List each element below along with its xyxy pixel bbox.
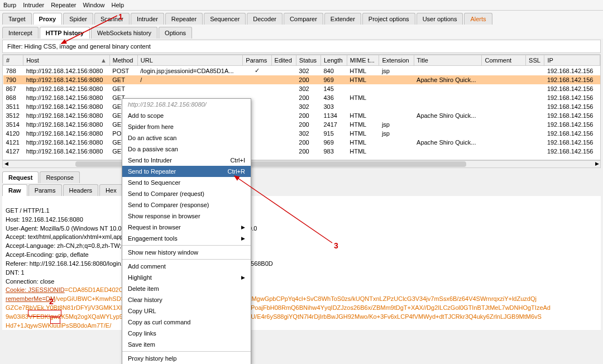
sub-tab-intercept[interactable]: Intercept <box>2 27 39 39</box>
context-menu-send-to-intruder[interactable]: Send to IntruderCtrl+I <box>122 155 251 166</box>
tab-params[interactable]: Params <box>28 184 62 196</box>
submenu-arrow-icon: ▶ <box>241 224 245 230</box>
main-tab-target[interactable]: Target <box>2 13 32 25</box>
rememberme-highlight-box <box>50 317 60 324</box>
tab-response[interactable]: Response <box>40 171 80 183</box>
column-header-length[interactable]: Length <box>321 55 347 66</box>
table-row[interactable]: 4121http://192.168.142.156:8080GET200969… <box>3 138 600 147</box>
main-tab-sequencer[interactable]: Sequencer <box>204 13 246 25</box>
context-menu-separator <box>122 259 251 260</box>
column-header-title[interactable]: Title <box>414 55 482 66</box>
main-tab-comparer[interactable]: Comparer <box>284 13 323 25</box>
column-header-url[interactable]: URL <box>137 55 243 66</box>
column-header--[interactable]: # <box>3 55 23 66</box>
table-row[interactable]: 3512http://192.168.142.156:8080GET200113… <box>3 111 600 120</box>
main-tab-spider[interactable]: Spider <box>63 13 93 25</box>
annotation-3: 3 <box>334 241 338 250</box>
context-menu-copy-links[interactable]: Copy links <box>122 328 251 339</box>
context-menu-delete-item[interactable]: Delete item <box>122 283 251 294</box>
column-header-host[interactable]: Host ▲ <box>23 55 110 66</box>
scroll-right-icon[interactable]: ▶ <box>594 161 600 167</box>
context-menu-send-to-comparer-response-[interactable]: Send to Comparer (response) <box>122 199 251 210</box>
context-menu-do-a-passive-scan[interactable]: Do a passive scan <box>122 143 251 155</box>
scroll-left-icon[interactable]: ◀ <box>3 161 9 167</box>
request-content[interactable]: GET / HTTP/1.1 Host: 192.168.142.156:808… <box>2 196 601 330</box>
main-tab-alerts[interactable]: Alerts <box>464 13 492 25</box>
table-row[interactable]: 867http://192.168.142.156:8080GET3021451… <box>3 84 600 93</box>
sub-tab-websockets-history[interactable]: WebSockets history <box>91 27 157 39</box>
context-menu-request-in-browser[interactable]: Request in browser▶ <box>122 222 251 233</box>
column-header-edited[interactable]: Edited <box>271 55 296 66</box>
table-row[interactable]: 3514http://192.168.142.156:8080GET200241… <box>3 120 600 129</box>
context-menu-proxy-history-help[interactable]: Proxy history help <box>122 353 251 364</box>
horizontal-scrollbar[interactable]: ◀ ▶ <box>2 160 601 168</box>
table-row[interactable]: 868http://192.168.142.156:8080GET200436H… <box>3 93 600 102</box>
menu-bar: Burp Intruder Repeater Window Help <box>0 0 603 11</box>
annotation-1: 1 <box>118 12 123 21</box>
connection-header: Connection: close <box>6 278 54 285</box>
dnt-header: DNT: 1 <box>6 269 25 276</box>
column-header-params[interactable]: Params <box>243 55 271 66</box>
main-tab-intruder[interactable]: Intruder <box>131 13 164 25</box>
context-menu-url: http://192.168.142.156:8080/ <box>122 99 251 110</box>
table-row[interactable]: 4120http://192.168.142.156:8080POST30291… <box>3 129 600 138</box>
accept-header: Accept: text/html,application/xhtml+xml,… <box>6 233 123 240</box>
context-menu-show-new-history-window[interactable]: Show new history window <box>122 247 251 258</box>
main-tabs: TargetProxySpiderScannerIntruderRepeater… <box>0 11 603 25</box>
column-header-method[interactable]: Method <box>109 55 137 66</box>
accept-encoding-header: Accept-Encoding: gzip, deflate <box>6 251 89 258</box>
main-tab-user-options[interactable]: User options <box>417 13 463 25</box>
column-header-comment[interactable]: Comment <box>482 55 526 66</box>
sub-tab-options[interactable]: Options <box>159 27 192 39</box>
main-tab-project-options[interactable]: Project options <box>362 13 415 25</box>
sub-tabs: InterceptHTTP historyWebSockets historyO… <box>0 25 603 39</box>
tab-request[interactable]: Request <box>2 171 39 183</box>
main-tab-decoder[interactable]: Decoder <box>247 13 283 25</box>
table-row[interactable]: 790http://192.168.142.156:8080GET/200969… <box>3 75 600 84</box>
main-tab-proxy[interactable]: Proxy <box>33 13 63 25</box>
context-menu-show-response-in-browser[interactable]: Show response in browser <box>122 210 251 222</box>
menu-intruder[interactable]: Intruder <box>23 2 44 8</box>
column-header-ip[interactable]: IP <box>544 55 600 66</box>
sub-tab-http-history[interactable]: HTTP history <box>40 27 90 39</box>
context-menu-add-comment[interactable]: Add comment <box>122 261 251 272</box>
context-menu-highlight[interactable]: Highlight▶ <box>122 272 251 283</box>
menu-window[interactable]: Window <box>83 2 104 8</box>
column-header-extension[interactable]: Extension <box>379 55 414 66</box>
context-menu-send-to-sequencer[interactable]: Send to Sequencer <box>122 177 251 188</box>
host-header: Host: 192.168.142.156:8080 <box>6 216 83 223</box>
context-menu-copy-as-curl-command[interactable]: Copy as curl command <box>122 317 251 328</box>
main-tab-repeater[interactable]: Repeater <box>165 13 203 25</box>
column-header-mime-t-[interactable]: MIME t... <box>347 55 379 66</box>
table-row[interactable]: 4127http://192.168.142.156:8080GET200983… <box>3 147 600 156</box>
submenu-arrow-icon: ▶ <box>241 275 245 280</box>
context-menu: http://192.168.142.156:8080/ Add to scop… <box>122 98 251 364</box>
main-tab-extender[interactable]: Extender <box>324 13 361 25</box>
accept-language-header: Accept-Language: zh-CN,zh;q=0.8,zh-TW;q <box>6 242 125 249</box>
table-row[interactable]: 3511http://192.168.142.156:8080GET302303… <box>3 102 600 111</box>
menu-help[interactable]: Help <box>112 2 125 8</box>
context-menu-add-to-scope[interactable]: Add to scope <box>122 110 251 121</box>
column-header-ssl[interactable]: SSL <box>526 55 544 66</box>
cookie-header: Cookie: JSESSIONID=CDA85D1AED402C6A <box>6 286 131 293</box>
remember-me-cookie: rememberMe=DM/vepGiUBWC+KmwhSDS6 dHlaGN+… <box>6 295 537 302</box>
menu-repeater[interactable]: Repeater <box>51 2 76 8</box>
context-menu-spider-from-here[interactable]: Spider from here <box>122 121 251 132</box>
main-tab-scanner[interactable]: Scanner <box>94 13 130 25</box>
filter-bar[interactable]: Filter: Hiding CSS, image and general bi… <box>2 40 601 53</box>
request-line: GET / HTTP/1.1 <box>6 207 50 214</box>
column-header-status[interactable]: Status <box>296 55 320 66</box>
context-menu-clear-history[interactable]: Clear history <box>122 294 251 305</box>
tab-hex[interactable]: Hex <box>99 184 123 196</box>
tab-headers[interactable]: Headers <box>63 184 99 196</box>
table-row[interactable]: 788http://192.168.142.156:8080POST/login… <box>3 66 600 76</box>
context-menu-save-item[interactable]: Save item <box>122 339 251 350</box>
context-menu-send-to-comparer-request-[interactable]: Send to Comparer (request) <box>122 188 251 199</box>
context-menu-send-to-repeater[interactable]: Send to RepeaterCtrl+R <box>122 166 251 177</box>
context-menu-do-an-active-scan[interactable]: Do an active scan <box>122 132 251 143</box>
annotation-2: 2 <box>49 297 54 306</box>
context-menu-engagement-tools[interactable]: Engagement tools▶ <box>122 233 251 244</box>
tab-raw[interactable]: Raw <box>2 184 27 196</box>
context-menu-copy-url[interactable]: Copy URL <box>122 305 251 317</box>
menu-burp[interactable]: Burp <box>3 2 16 8</box>
